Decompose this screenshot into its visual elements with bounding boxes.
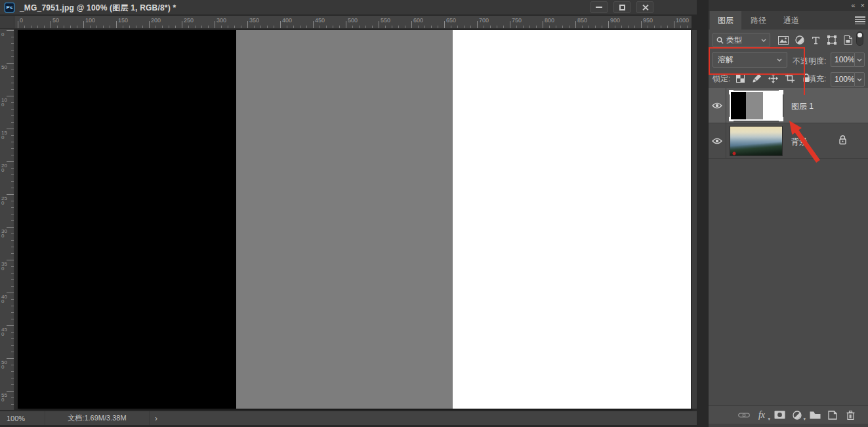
filter-type-label: 类型 — [726, 35, 761, 46]
ruler-vertical[interactable]: 050100150200250300350400450500550 — [0, 29, 14, 410]
document-window: Ps _MG_7951.jpg @ 100% (图层 1, RGB/8*) * … — [0, 0, 697, 425]
filter-type-layers-button[interactable] — [809, 33, 822, 47]
new-adjustment-layer-icon — [793, 411, 802, 420]
opacity-label: 不透明度: — [793, 56, 826, 67]
lock-position-button[interactable] — [768, 71, 779, 85]
delete-layer-icon — [846, 411, 855, 420]
eye-icon — [712, 138, 722, 144]
document-size-info[interactable]: 文档:1.69M/3.38M — [45, 411, 150, 425]
minimize-icon — [596, 7, 602, 8]
panel-close-icon[interactable]: × — [861, 2, 865, 9]
filter-image-layers-button[interactable] — [777, 33, 790, 47]
document-titlebar[interactable]: Ps _MG_7951.jpg @ 100% (图层 1, RGB/8*) * — [0, 0, 697, 15]
background-visibility-toggle[interactable] — [709, 123, 726, 158]
link-layers-icon — [738, 413, 750, 418]
layer-filter-row: 类型 — [709, 30, 868, 51]
canvas-black-band[interactable] — [18, 30, 236, 409]
lock-image-pixels-button[interactable] — [751, 71, 762, 85]
add-layer-mask-button[interactable] — [774, 409, 785, 422]
chevron-down-icon — [857, 78, 862, 81]
canvas-gray-band[interactable] — [236, 30, 453, 409]
annotation-line-overshoot — [804, 75, 805, 95]
new-layer-button[interactable] — [827, 409, 838, 422]
new-adjustment-layer-button[interactable]: ▾ — [791, 409, 803, 422]
close-button[interactable] — [636, 1, 653, 13]
add-layer-mask-icon — [774, 411, 785, 419]
chevron-down-icon: ▾ — [803, 417, 806, 422]
filter-toggle-knob — [858, 33, 862, 37]
opacity-value-field[interactable]: 100% — [831, 52, 854, 67]
tab-channels[interactable]: 通道 — [775, 11, 807, 30]
delete-layer-button[interactable] — [844, 409, 856, 422]
status-bar: 100% 文档:1.69M/3.38M › — [0, 411, 697, 425]
fx-icon: fx — [758, 410, 765, 420]
background-thumbnail[interactable] — [730, 126, 783, 156]
collapse-panels-icon[interactable]: « — [851, 2, 855, 9]
link-layers-button[interactable] — [738, 409, 750, 422]
layer-styles-button[interactable]: fx ▾ — [756, 409, 768, 422]
search-icon — [716, 37, 724, 44]
image-filter-icon — [778, 36, 789, 45]
padlock-icon — [838, 135, 847, 145]
document-canvas[interactable] — [18, 30, 691, 409]
layer1-visibility-toggle[interactable] — [709, 88, 726, 123]
chevron-down-icon — [777, 58, 782, 62]
lock-artboard-icon — [785, 73, 795, 83]
filter-type-dropdown[interactable]: 类型 — [713, 33, 770, 47]
smart-object-filter-icon — [844, 35, 852, 45]
minimize-button[interactable] — [590, 1, 608, 13]
filter-toggle[interactable] — [856, 31, 863, 46]
opacity-dropdown-button[interactable] — [854, 52, 865, 67]
filter-adjustment-layers-button[interactable] — [793, 33, 806, 47]
document-title: _MG_7951.jpg @ 100% (图层 1, RGB/8*) * — [20, 3, 176, 14]
new-group-icon — [810, 411, 821, 419]
blend-mode-dropdown[interactable]: 溶解 — [713, 52, 787, 68]
chevron-down-icon — [857, 58, 862, 62]
ruler-corner — [0, 16, 14, 29]
filter-smart-objects-button[interactable] — [841, 33, 854, 47]
lock-row: 锁定: 填充: 100% — [709, 70, 868, 87]
fill-label: 填充: — [808, 73, 826, 85]
background-lock-badge — [838, 135, 847, 145]
new-group-button[interactable] — [809, 409, 821, 422]
photoshop-logo-icon: Ps — [5, 3, 14, 12]
layers-panel: « × 图层 路径 通道 类型 — [709, 0, 868, 427]
panel-tabbar: 图层 路径 通道 — [709, 11, 868, 30]
ruler-horizontal[interactable]: 0501001502002503003504004505005506006507… — [0, 16, 692, 29]
canvas-white-band[interactable] — [453, 30, 691, 409]
panel-menu-icon[interactable] — [855, 16, 865, 24]
lock-image-icon — [753, 73, 762, 83]
panel-resize-grip[interactable] — [709, 424, 868, 427]
lock-transparency-button[interactable] — [735, 71, 746, 85]
lock-position-icon — [768, 73, 778, 83]
panel-group-header: « × — [709, 0, 868, 11]
blend-mode-row: 溶解 不透明度: 100% — [709, 51, 868, 70]
maximize-button[interactable] — [613, 1, 630, 13]
blend-mode-value: 溶解 — [718, 54, 777, 66]
zoom-level-field[interactable]: 100% — [7, 415, 35, 422]
lock-artboard-button[interactable] — [784, 71, 795, 85]
maximize-icon — [619, 5, 625, 10]
tab-paths[interactable]: 路径 — [743, 11, 774, 30]
layer1-thumbnail[interactable] — [730, 91, 783, 121]
lock-label: 锁定: — [713, 73, 730, 85]
chevron-down-icon — [761, 39, 766, 42]
lock-transparency-icon — [736, 74, 745, 83]
type-filter-icon — [812, 36, 820, 45]
annotation-arrow-to-layer1 — [784, 115, 825, 166]
layer1-name[interactable]: 图层 1 — [791, 101, 814, 112]
shape-filter-icon — [827, 35, 837, 45]
status-expander-icon[interactable]: › — [155, 414, 157, 423]
fill-value-field[interactable]: 100% — [831, 72, 854, 87]
eye-icon — [712, 102, 722, 109]
adjustment-filter-icon — [795, 35, 804, 45]
fill-dropdown-button[interactable] — [854, 72, 865, 87]
layers-panel-footer: fx ▾ ▾ — [709, 405, 868, 424]
tab-layers[interactable]: 图层 — [710, 11, 741, 30]
new-layer-icon — [828, 411, 837, 420]
vertical-scrollbar[interactable] — [692, 30, 697, 409]
chevron-down-icon: ▾ — [768, 417, 770, 422]
filter-shape-layers-button[interactable] — [825, 33, 838, 47]
close-icon — [642, 4, 649, 11]
